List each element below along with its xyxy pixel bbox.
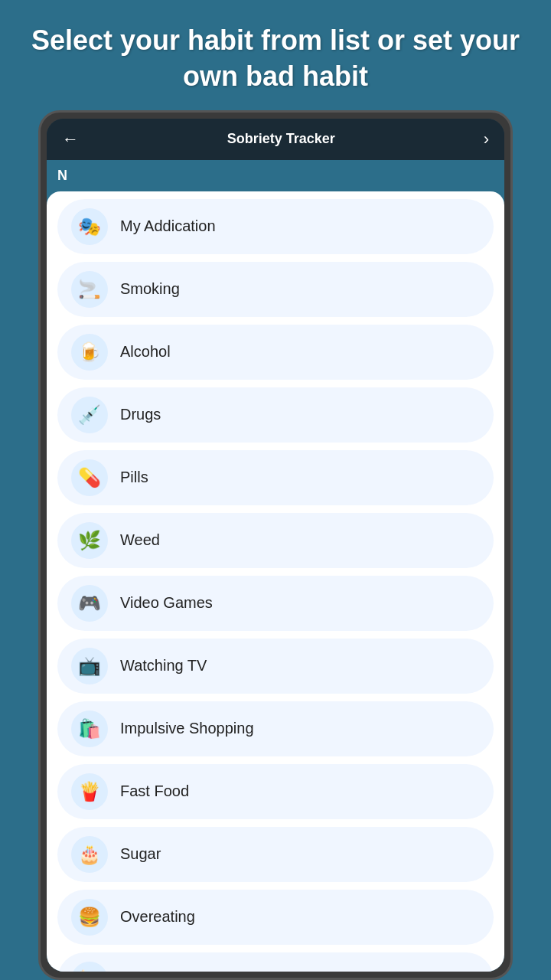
sugar-icon: 🎂 — [71, 836, 108, 873]
pills-icon: 💊 — [71, 459, 108, 496]
habit-item-video-games[interactable]: 🎮Video Games — [57, 576, 494, 631]
watching-tv-label: Watching TV — [120, 657, 207, 675]
my-addiction-icon: 🎭 — [71, 208, 108, 245]
video-games-icon: 🎮 — [71, 585, 108, 622]
impulsive-shopping-icon: 🛍️ — [71, 710, 108, 747]
page-header-text: Select your habit from list or set your … — [0, 0, 551, 110]
habit-item-alcohol[interactable]: 🍺Alcohol — [57, 325, 494, 380]
app-bar-title: Sobriety Tracker — [227, 131, 335, 147]
phone-inner: ← Sobriety Tracker › N 🎭My Addication🚬Sm… — [47, 119, 504, 972]
screen-background: N 🎭My Addication🚬Smoking🍺Alcohol💉Drugs💊P… — [47, 160, 504, 972]
meat-label: Meat — [120, 971, 154, 972]
impulsive-shopping-label: Impulsive Shopping — [120, 720, 254, 737]
habit-item-overeating[interactable]: 🍔Overeating — [57, 890, 494, 945]
weed-icon: 🌿 — [71, 522, 108, 559]
weed-label: Weed — [120, 531, 160, 549]
app-bar: ← Sobriety Tracker › — [47, 119, 504, 160]
overeating-label: Overeating — [120, 908, 195, 926]
my-addiction-label: My Addication — [120, 217, 216, 235]
alcohol-label: Alcohol — [120, 343, 171, 361]
drugs-icon: 💉 — [71, 397, 108, 433]
fast-food-icon: 🍟 — [71, 773, 108, 810]
watching-tv-icon: 📺 — [71, 648, 108, 684]
habit-item-impulsive-shopping[interactable]: 🛍️Impulsive Shopping — [57, 701, 494, 756]
pills-label: Pills — [120, 469, 148, 486]
drugs-label: Drugs — [120, 406, 161, 423]
smoking-icon: 🚬 — [71, 271, 108, 308]
smoking-label: Smoking — [120, 280, 180, 298]
video-games-label: Video Games — [120, 594, 213, 612]
overeating-icon: 🍔 — [71, 899, 108, 936]
meat-icon: 🍖 — [71, 962, 108, 972]
phone-frame: ← Sobriety Tracker › N 🎭My Addication🚬Sm… — [38, 110, 513, 980]
habit-item-fast-food[interactable]: 🍟Fast Food — [57, 764, 494, 819]
habit-item-smoking[interactable]: 🚬Smoking — [57, 262, 494, 317]
habit-list-modal: 🎭My Addication🚬Smoking🍺Alcohol💉Drugs💊Pil… — [47, 191, 504, 972]
habit-item-my-addiction[interactable]: 🎭My Addication — [57, 199, 494, 254]
side-label-1: N — [47, 160, 504, 191]
sugar-label: Sugar — [120, 845, 161, 863]
habit-item-weed[interactable]: 🌿Weed — [57, 513, 494, 568]
back-button[interactable]: ← — [62, 129, 79, 149]
habit-item-pills[interactable]: 💊Pills — [57, 450, 494, 505]
habit-item-drugs[interactable]: 💉Drugs — [57, 387, 494, 443]
habit-item-sugar[interactable]: 🎂Sugar — [57, 827, 494, 882]
alcohol-icon: 🍺 — [71, 334, 108, 371]
habit-item-watching-tv[interactable]: 📺Watching TV — [57, 639, 494, 694]
habit-item-meat[interactable]: 🍖Meat — [57, 952, 494, 972]
menu-button[interactable]: › — [484, 129, 489, 149]
fast-food-label: Fast Food — [120, 782, 189, 800]
